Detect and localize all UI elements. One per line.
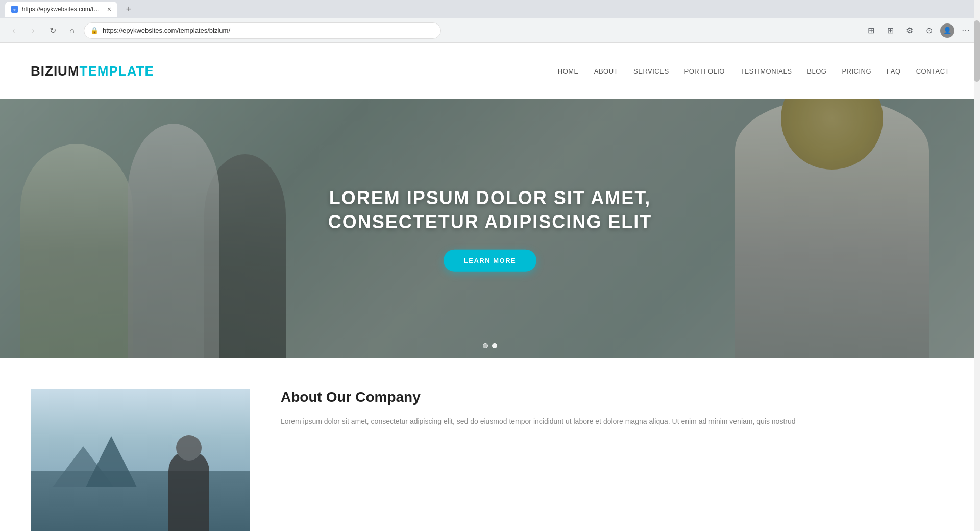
tab-close-icon[interactable]: × xyxy=(107,5,111,13)
forward-icon: › xyxy=(32,26,34,35)
refresh-icon: ↻ xyxy=(50,26,56,35)
hero-section: LOREM IPSUM DOLOR SIT AMET, CONSECTETUR … xyxy=(0,99,980,358)
about-body: Lorem ipsum dolor sit amet, consectetur … xyxy=(281,416,949,428)
screen-cast-button[interactable]: ⊞ xyxy=(863,22,879,39)
home-icon: ⌂ xyxy=(69,26,75,35)
logo-template: TEMPLATE xyxy=(80,63,154,79)
address-bar[interactable]: 🔒 xyxy=(84,22,441,39)
url-input[interactable] xyxy=(103,27,434,34)
nav-faq[interactable]: FAQ xyxy=(887,67,901,75)
nav-services[interactable]: SERVICES xyxy=(633,67,669,75)
nav-blog[interactable]: BLOG xyxy=(807,67,826,75)
more-options-icon: ⋯ xyxy=(962,26,970,35)
profile-avatar-icon: 👤 xyxy=(943,27,951,34)
nav-about[interactable]: ABOUT xyxy=(594,67,618,75)
site-nav: HOME ABOUT SERVICES PORTFOLIO TESTIMONIA… xyxy=(558,67,949,75)
toolbar-actions: ⊞ ⊞ ⚙ ⊙ 👤 ⋯ xyxy=(863,22,974,39)
lock-icon: 🔒 xyxy=(90,27,99,34)
browser-toolbar: ‹ › ↻ ⌂ 🔒 ⊞ ⊞ ⚙ ⊙ xyxy=(0,18,980,43)
browser-tab[interactable]: e https://epykwebsites.com/temp... × xyxy=(5,2,117,17)
tab-favicon-icon: e xyxy=(11,6,18,13)
grid-apps-icon: ⊞ xyxy=(887,26,894,35)
nav-portfolio[interactable]: PORTFOLIO xyxy=(684,67,725,75)
about-text: About Our Company Lorem ipsum dolor sit … xyxy=(281,389,949,428)
about-section: About Our Company Lorem ipsum dolor sit … xyxy=(0,358,980,531)
grid-apps-button[interactable]: ⊞ xyxy=(882,22,898,39)
more-options-button[interactable]: ⋯ xyxy=(958,22,974,39)
hero-dots xyxy=(483,343,497,348)
scrollbar-thumb[interactable] xyxy=(974,20,980,82)
profile-button[interactable]: 👤 xyxy=(940,23,954,38)
tab-title: https://epykwebsites.com/temp... xyxy=(22,6,103,13)
screen-cast-icon: ⊞ xyxy=(868,26,874,35)
shield-icon: ⊙ xyxy=(926,26,933,35)
website-content: BIZIUMTEMPLATE HOME ABOUT SERVICES PORTF… xyxy=(0,43,980,531)
forward-button[interactable]: › xyxy=(26,23,41,38)
nav-testimonials[interactable]: TESTIMONIALS xyxy=(740,67,792,75)
back-icon: ‹ xyxy=(12,26,15,35)
settings-button[interactable]: ⚙ xyxy=(901,22,918,39)
about-heading: About Our Company xyxy=(281,389,949,405)
scrollbar[interactable] xyxy=(974,0,980,531)
logo-bizium: BIZIUM xyxy=(31,63,80,79)
browser-title-bar: e https://epykwebsites.com/temp... × + xyxy=(0,0,980,18)
security-icon-button[interactable]: ⊙ xyxy=(921,22,937,39)
learn-more-button[interactable]: LEARN MORE xyxy=(444,249,536,271)
about-person-silhouette xyxy=(168,450,209,531)
hero-dot-1[interactable] xyxy=(483,343,488,348)
about-image xyxy=(31,389,250,531)
new-tab-button[interactable]: + xyxy=(121,2,136,16)
hero-dot-2[interactable] xyxy=(492,343,497,348)
nav-contact[interactable]: CONTACT xyxy=(916,67,949,75)
site-header: BIZIUMTEMPLATE HOME ABOUT SERVICES PORTF… xyxy=(0,43,980,99)
hero-content: LOREM IPSUM DOLOR SIT AMET, CONSECTETUR … xyxy=(286,186,694,272)
hero-title: LOREM IPSUM DOLOR SIT AMET, CONSECTETUR … xyxy=(286,186,694,234)
nav-pricing[interactable]: PRICING xyxy=(842,67,871,75)
home-button[interactable]: ⌂ xyxy=(64,23,80,38)
refresh-button[interactable]: ↻ xyxy=(45,23,60,38)
site-logo[interactable]: BIZIUMTEMPLATE xyxy=(31,63,154,79)
settings-icon: ⚙ xyxy=(906,26,913,35)
nav-home[interactable]: HOME xyxy=(558,67,579,75)
back-button[interactable]: ‹ xyxy=(6,23,21,38)
browser-chrome: e https://epykwebsites.com/temp... × + ‹… xyxy=(0,0,980,43)
